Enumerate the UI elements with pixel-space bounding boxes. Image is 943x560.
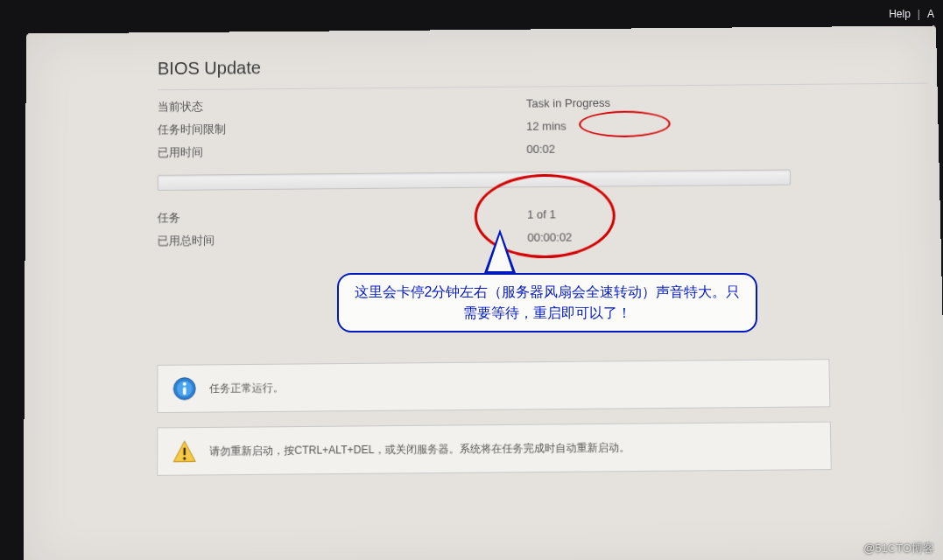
svg-rect-2 [183, 387, 186, 395]
info-message-text: 任务正常运行。 [209, 381, 284, 396]
task-value: 1 of 1 [527, 207, 556, 220]
current-state-label: 当前状态 [158, 96, 447, 115]
info-icon [172, 376, 197, 402]
total-elapsed-label: 已用总时间 [158, 231, 448, 249]
progress-bar-container [158, 168, 931, 191]
progress-bar [158, 170, 792, 191]
warning-icon [172, 438, 197, 464]
time-limit-value: 12 mins [526, 119, 567, 132]
svg-rect-5 [183, 447, 185, 455]
about-link-partial[interactable]: A [927, 8, 934, 20]
menubar-separator: | [918, 8, 920, 20]
help-link[interactable]: Help [889, 8, 911, 20]
warning-message-text: 请勿重新启动，按CTRL+ALT+DEL，或关闭服务器。系统将在任务完成时自动重… [209, 440, 630, 459]
current-state-value: Task in Progress [526, 96, 610, 110]
svg-point-3 [183, 382, 186, 386]
task-label: 任务 [158, 207, 448, 226]
warning-message-box: 请勿重新启动，按CTRL+ALT+DEL，或关闭服务器。系统将在任务完成时自动重… [157, 422, 832, 476]
time-limit-label: 任务时间限制 [158, 120, 447, 138]
elapsed-value: 00:02 [526, 143, 555, 156]
annotation-callout-text: 这里会卡停2分钟左右（服务器风扇会全速转动）声音特大。只需要等待，重启即可以了！ [355, 284, 741, 320]
svg-point-6 [183, 457, 186, 459]
status-section: 当前状态 Task in Progress 任务时间限制 12 mins 已用时… [158, 89, 931, 164]
watermark: @51CTO博客 [863, 541, 934, 556]
total-elapsed-value: 00:00:02 [527, 230, 572, 244]
annotation-callout: 这里会卡停2分钟左右（服务器风扇会全速转动）声音特大。只需要等待，重启即可以了！ [337, 273, 757, 332]
page-title: BIOS Update [158, 52, 928, 80]
elapsed-label: 已用时间 [158, 143, 447, 161]
info-message-box: 任务正常运行。 [157, 359, 830, 413]
top-menubar: Help | A [889, 3, 943, 25]
task-section: 任务 1 of 1 已用总时间 00:00:02 [158, 200, 932, 252]
